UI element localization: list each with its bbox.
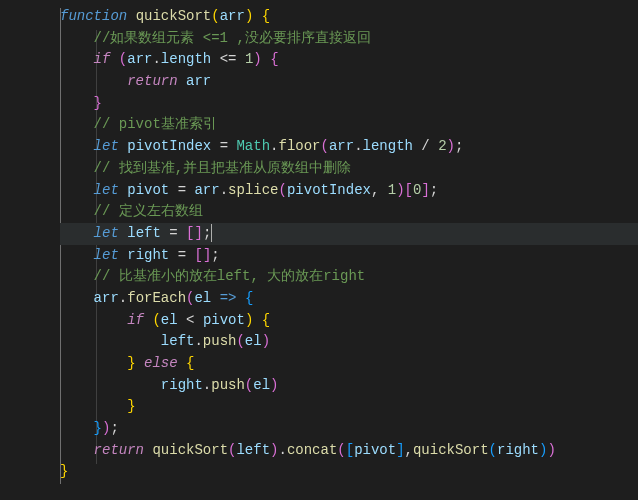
keyword-else: else (144, 355, 178, 371)
code-line[interactable]: let pivotIndex = Math.floor(arr.length /… (60, 136, 638, 158)
comment: // 找到基准,并且把基准从原数组中删除 (94, 160, 352, 176)
code-line[interactable]: } else { (60, 353, 638, 375)
keyword-return: return (127, 73, 177, 89)
code-line-active[interactable]: let left = []; (60, 223, 638, 245)
code-line[interactable]: }); (60, 418, 638, 440)
keyword-let: let (94, 138, 119, 154)
text-cursor (211, 224, 212, 242)
code-line[interactable]: left.push(el) (60, 331, 638, 353)
code-line[interactable]: if (arr.length <= 1) { (60, 49, 638, 71)
code-line[interactable]: return arr (60, 71, 638, 93)
code-line[interactable]: // pivot基准索引 (60, 114, 638, 136)
code-line[interactable]: } (60, 461, 638, 483)
code-line[interactable]: //如果数组元素 <=1 ,没必要排序直接返回 (60, 28, 638, 50)
comment: // 定义左右数组 (94, 203, 203, 219)
comment: //如果数组元素 <=1 ,没必要排序直接返回 (94, 30, 371, 46)
code-line[interactable]: // 定义左右数组 (60, 201, 638, 223)
param-arr: arr (220, 8, 245, 24)
code-line[interactable]: if (el < pivot) { (60, 310, 638, 332)
code-line[interactable]: arr.forEach(el => { (60, 288, 638, 310)
keyword-if: if (94, 51, 111, 67)
code-line[interactable]: function quickSort(arr) { (60, 6, 638, 28)
code-line[interactable]: return quickSort(left).concat([pivot],qu… (60, 440, 638, 462)
comment: // 比基准小的放在left, 大的放在right (94, 268, 366, 284)
keyword-if: if (127, 312, 144, 328)
keyword-return: return (94, 442, 144, 458)
code-line[interactable]: // 比基准小的放在left, 大的放在right (60, 266, 638, 288)
code-line[interactable]: right.push(el) (60, 375, 638, 397)
keyword-let: let (94, 225, 119, 241)
code-line[interactable]: // 找到基准,并且把基准从原数组中删除 (60, 158, 638, 180)
keyword-let: let (94, 247, 119, 263)
code-line[interactable]: } (60, 93, 638, 115)
comment: // pivot基准索引 (94, 116, 217, 132)
code-line[interactable]: } (60, 396, 638, 418)
function-name: quickSort (136, 8, 212, 24)
code-line[interactable]: let pivot = arr.splice(pivotIndex, 1)[0]… (60, 180, 638, 202)
code-line[interactable]: let right = []; (60, 245, 638, 267)
keyword-function: function (60, 8, 127, 24)
keyword-let: let (94, 182, 119, 198)
